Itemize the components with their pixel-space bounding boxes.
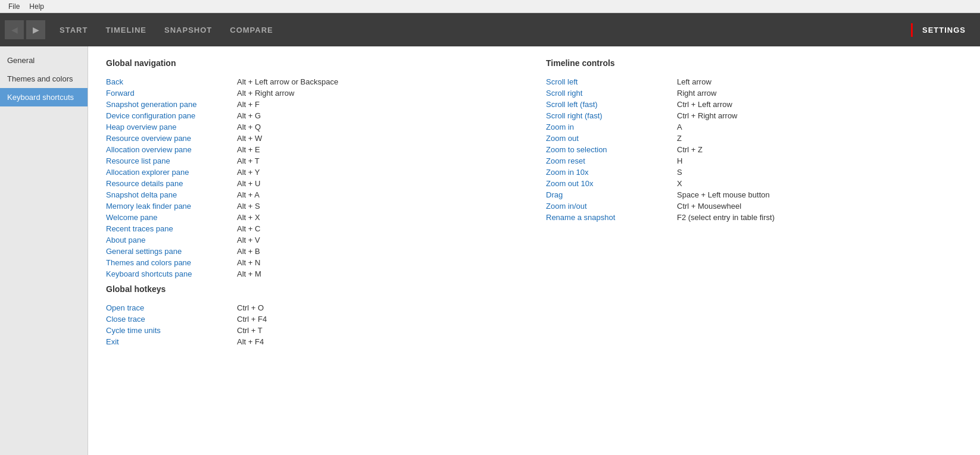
shortcut-key: Alt + M (237, 269, 261, 278)
shortcut-key: S (677, 168, 682, 177)
shortcut-row: Themes and colors paneAlt + N (106, 257, 522, 268)
shortcut-key: Ctrl + Z (677, 145, 703, 154)
shortcut-row: ExitAlt + F4 (106, 336, 962, 347)
shortcut-row: Welcome paneAlt + X (106, 212, 522, 223)
shortcut-row: Cycle time unitsCtrl + T (106, 325, 962, 336)
settings-button[interactable]: SETTINGS (911, 23, 975, 37)
shortcut-name: Keyboard shortcuts pane (106, 269, 237, 278)
shortcut-key: Alt + N (237, 258, 260, 267)
forward-button[interactable]: ▶ (26, 20, 45, 39)
shortcut-name: Themes and colors pane (106, 258, 237, 267)
shortcut-name: Zoom in/out (546, 202, 677, 211)
global-nav-section: Global navigation BackAlt + Left arrow o… (106, 58, 522, 280)
shortcut-name: Zoom out (546, 134, 677, 143)
toolbar: ◀ ▶ START TIMELINE SNAPSHOT COMPARE SETT… (0, 13, 980, 46)
shortcut-key: Ctrl + Right arrow (677, 111, 738, 120)
timeline-controls-list: Scroll leftLeft arrowScroll rightRight a… (546, 76, 962, 223)
content-area: Global navigation BackAlt + Left arrow o… (88, 46, 980, 455)
shortcut-row: Open traceCtrl + O (106, 302, 962, 313)
tab-timeline[interactable]: TIMELINE (105, 23, 146, 37)
back-button[interactable]: ◀ (5, 20, 24, 39)
shortcut-key: Alt + V (237, 236, 260, 244)
shortcut-key: Ctrl + Mousewheel (677, 202, 741, 211)
sidebar-item-general[interactable]: General (0, 51, 88, 70)
file-menu[interactable]: File (4, 1, 24, 12)
tab-compare[interactable]: COMPARE (230, 23, 273, 37)
shortcut-name: Resource overview pane (106, 134, 237, 143)
shortcut-name: Allocation overview pane (106, 145, 237, 154)
shortcut-row: Snapshot generation paneAlt + F (106, 99, 522, 110)
shortcut-name: General settings pane (106, 247, 237, 256)
shortcut-name: Drag (546, 190, 677, 199)
shortcut-name: Rename a snapshot (546, 213, 677, 222)
shortcut-row: ForwardAlt + Right arrow (106, 87, 522, 99)
shortcut-row: Allocation overview paneAlt + E (106, 144, 522, 155)
shortcut-key: Alt + C (237, 224, 260, 233)
shortcut-key: Alt + Y (237, 168, 260, 177)
shortcut-key: Alt + S (237, 202, 260, 211)
shortcut-key: Alt + F4 (237, 337, 264, 346)
shortcut-key: Space + Left mouse button (677, 190, 770, 199)
shortcut-name: Exit (106, 337, 237, 346)
shortcut-name: Resource details pane (106, 179, 237, 188)
shortcut-key: Alt + Left arrow or Backspace (237, 77, 338, 86)
shortcut-name: Recent traces pane (106, 224, 237, 233)
shortcut-row: Resource list paneAlt + T (106, 155, 522, 167)
shortcut-row: Allocation explorer paneAlt + Y (106, 167, 522, 178)
shortcut-name: Device configuration pane (106, 111, 237, 120)
shortcut-row: Scroll rightRight arrow (546, 87, 962, 99)
toolbar-tabs: START TIMELINE SNAPSHOT COMPARE (60, 23, 911, 37)
shortcut-key: Ctrl + F4 (237, 315, 267, 324)
shortcut-row: Resource overview paneAlt + W (106, 133, 522, 144)
shortcut-key: Z (677, 134, 682, 143)
shortcut-row: Zoom resetH (546, 155, 962, 167)
shortcut-key: Alt + U (237, 179, 260, 188)
shortcut-key: Alt + T (237, 156, 260, 165)
shortcut-name: Zoom to selection (546, 145, 677, 154)
shortcut-name: Snapshot delta pane (106, 190, 237, 199)
shortcut-key: Alt + E (237, 145, 260, 154)
shortcut-row: Zoom inA (546, 121, 962, 133)
shortcut-row: DragSpace + Left mouse button (546, 189, 962, 200)
shortcut-name: Welcome pane (106, 213, 237, 222)
shortcut-row: Close traceCtrl + F4 (106, 313, 962, 325)
tab-start[interactable]: START (60, 23, 88, 37)
shortcut-row: General settings paneAlt + B (106, 246, 522, 257)
shortcut-key: Alt + Right arrow (237, 89, 294, 98)
main-layout: General Themes and colors Keyboard short… (0, 46, 980, 455)
shortcut-key: Ctrl + O (237, 303, 264, 312)
shortcut-key: Alt + X (237, 213, 260, 222)
shortcut-row: Heap overview paneAlt + Q (106, 121, 522, 133)
shortcut-key: Alt + A (237, 190, 260, 199)
shortcut-name: Memory leak finder pane (106, 202, 237, 211)
sidebar-item-themes[interactable]: Themes and colors (0, 70, 88, 88)
shortcut-row: Memory leak finder paneAlt + S (106, 200, 522, 212)
shortcut-key: Alt + B (237, 247, 260, 256)
shortcut-key: Ctrl + Left arrow (677, 100, 732, 109)
sidebar-item-keyboard[interactable]: Keyboard shortcuts (0, 88, 88, 106)
help-menu[interactable]: Help (24, 1, 49, 12)
shortcut-name: Snapshot generation pane (106, 100, 237, 109)
shortcut-name: Close trace (106, 315, 237, 324)
shortcut-key: A (677, 123, 682, 131)
tab-snapshot[interactable]: SNAPSHOT (164, 23, 212, 37)
shortcut-name: About pane (106, 236, 237, 244)
timeline-controls-title: Timeline controls (546, 58, 962, 68)
shortcut-key: Alt + F (237, 100, 260, 109)
shortcut-key: H (677, 156, 682, 165)
shortcut-name: Resource list pane (106, 156, 237, 165)
shortcut-name: Back (106, 77, 237, 86)
shortcut-key: Alt + Q (237, 123, 261, 131)
menubar: File Help (0, 0, 980, 13)
shortcut-row: Zoom in 10xS (546, 167, 962, 178)
shortcut-row: Snapshot delta paneAlt + A (106, 189, 522, 200)
shortcut-name: Zoom reset (546, 156, 677, 165)
shortcut-row: Device configuration paneAlt + G (106, 110, 522, 121)
shortcut-key: Ctrl + T (237, 326, 263, 335)
shortcut-name: Forward (106, 89, 237, 98)
shortcut-key: F2 (select entry in table first) (677, 213, 775, 222)
shortcut-name: Scroll right (fast) (546, 111, 677, 120)
shortcut-row: Keyboard shortcuts paneAlt + M (106, 268, 522, 280)
shortcut-row: Scroll right (fast)Ctrl + Right arrow (546, 110, 962, 121)
timeline-controls-section: Timeline controls Scroll leftLeft arrowS… (546, 58, 962, 280)
